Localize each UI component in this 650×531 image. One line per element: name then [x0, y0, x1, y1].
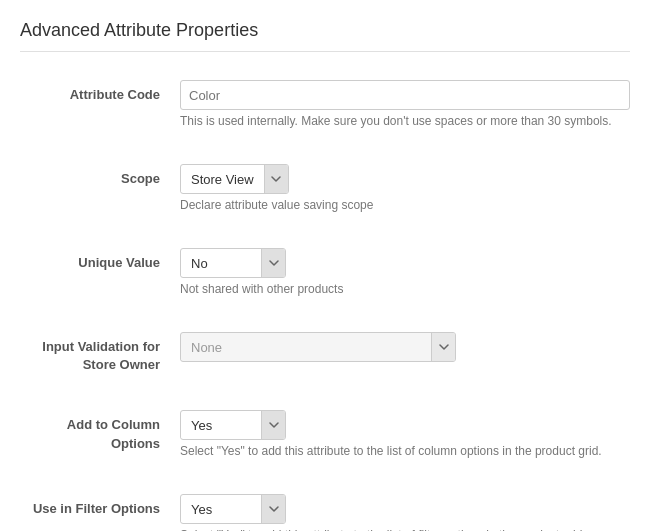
scope-value: Store View	[181, 167, 264, 192]
scope-control: Store View Declare attribute value savin…	[180, 164, 630, 212]
unique-value-control: No Not shared with other products	[180, 248, 630, 296]
unique-value-dropdown-arrow[interactable]	[261, 249, 285, 277]
attribute-code-control: This is used internally. Make sure you d…	[180, 80, 630, 128]
add-to-column-hint: Select "Yes" to add this attribute to th…	[180, 444, 630, 458]
unique-value-label: Unique Value	[20, 248, 180, 272]
add-to-column-control: Yes Select "Yes" to add this attribute t…	[180, 410, 630, 458]
use-in-filter-select[interactable]: Yes	[180, 494, 286, 524]
use-in-filter-value: Yes	[181, 497, 261, 522]
scope-row: Scope Store View Declare attribute value…	[20, 156, 630, 220]
attribute-code-input[interactable]	[180, 80, 630, 110]
use-in-filter-label: Use in Filter Options	[20, 494, 180, 518]
input-validation-dropdown-arrow[interactable]	[431, 333, 455, 361]
add-to-column-row: Add to Column Options Yes Select "Yes" t…	[20, 402, 630, 466]
scope-select[interactable]: Store View	[180, 164, 289, 194]
scope-label: Scope	[20, 164, 180, 188]
use-in-filter-dropdown-arrow[interactable]	[261, 495, 285, 523]
input-validation-value: None	[181, 335, 431, 360]
page-title: Advanced Attribute Properties	[20, 20, 630, 52]
unique-value-select[interactable]: No	[180, 248, 286, 278]
input-validation-select[interactable]: None	[180, 332, 456, 362]
add-to-column-value: Yes	[181, 413, 261, 438]
attribute-code-label: Attribute Code	[20, 80, 180, 104]
unique-value-value: No	[181, 251, 261, 276]
add-to-column-select[interactable]: Yes	[180, 410, 286, 440]
attribute-code-row: Attribute Code This is used internally. …	[20, 72, 630, 136]
scope-hint: Declare attribute value saving scope	[180, 198, 630, 212]
unique-value-row: Unique Value No Not shared with other pr…	[20, 240, 630, 304]
input-validation-row: Input Validation for Store Owner None	[20, 324, 630, 382]
add-to-column-label: Add to Column Options	[20, 410, 180, 452]
use-in-filter-row: Use in Filter Options Yes Select "Yes" t…	[20, 486, 630, 531]
input-validation-label: Input Validation for Store Owner	[20, 332, 180, 374]
input-validation-control: None	[180, 332, 630, 362]
scope-dropdown-arrow[interactable]	[264, 165, 288, 193]
use-in-filter-control: Yes Select "Yes" to add this attribute t…	[180, 494, 630, 531]
unique-value-hint: Not shared with other products	[180, 282, 630, 296]
add-to-column-dropdown-arrow[interactable]	[261, 411, 285, 439]
attribute-code-hint: This is used internally. Make sure you d…	[180, 114, 630, 128]
